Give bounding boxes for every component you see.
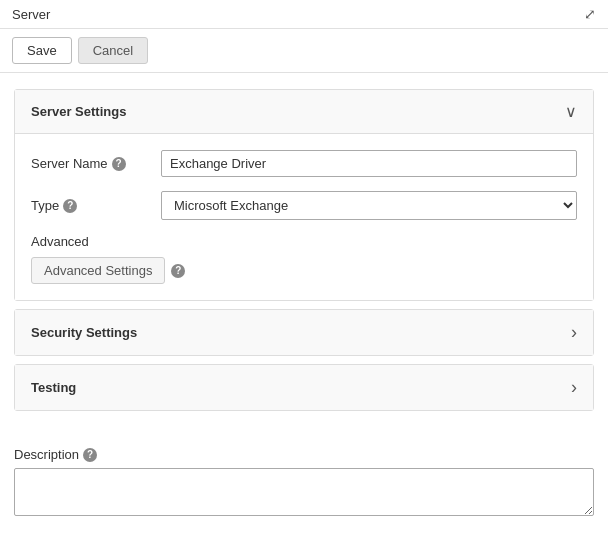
description-label: Description ? [14,447,594,462]
page-header: Server ⤢ [0,0,608,29]
security-settings-chevron: › [571,322,577,343]
server-name-help-icon[interactable]: ? [112,157,126,171]
server-name-row: Server Name ? [31,150,577,177]
testing-section: Testing › [14,364,594,411]
advanced-section: Advanced Advanced Settings ? [31,234,577,284]
main-content: Server Settings ∨ Server Name ? Type ? M… [0,73,608,435]
security-settings-title: Security Settings [31,325,137,340]
security-settings-section: Security Settings › [14,309,594,356]
save-button[interactable]: Save [12,37,72,64]
security-settings-header[interactable]: Security Settings › [15,310,593,355]
testing-header[interactable]: Testing › [15,365,593,410]
server-settings-body: Server Name ? Type ? Microsoft Exchange … [15,134,593,300]
page-title: Server [12,7,50,22]
advanced-help-icon[interactable]: ? [171,264,185,278]
server-settings-title: Server Settings [31,104,126,119]
type-help-icon[interactable]: ? [63,199,77,213]
server-name-input[interactable] [161,150,577,177]
type-label: Type ? [31,198,161,213]
advanced-row: Advanced Settings ? [31,257,577,284]
type-select[interactable]: Microsoft Exchange SMTP IMAP POP3 [161,191,577,220]
description-section: Description ? [0,435,608,535]
cancel-button[interactable]: Cancel [78,37,148,64]
server-settings-header[interactable]: Server Settings ∨ [15,90,593,134]
testing-chevron: › [571,377,577,398]
testing-title: Testing [31,380,76,395]
expand-icon[interactable]: ⤢ [584,6,596,22]
server-settings-chevron: ∨ [565,102,577,121]
description-textarea[interactable] [14,468,594,516]
server-name-label: Server Name ? [31,156,161,171]
advanced-settings-button[interactable]: Advanced Settings [31,257,165,284]
advanced-label: Advanced [31,234,577,249]
description-help-icon[interactable]: ? [83,448,97,462]
toolbar: Save Cancel [0,29,608,73]
type-row: Type ? Microsoft Exchange SMTP IMAP POP3 [31,191,577,220]
server-settings-section: Server Settings ∨ Server Name ? Type ? M… [14,89,594,301]
